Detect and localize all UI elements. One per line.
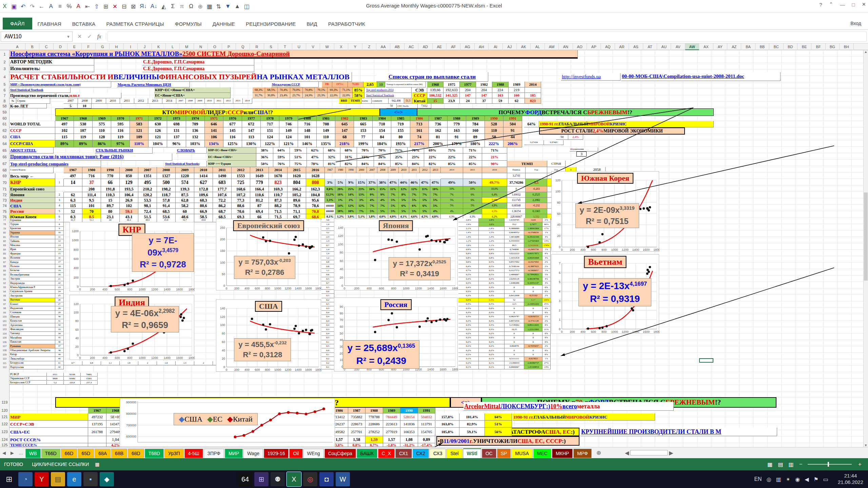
view-mode-icon[interactable]: ▤ bbox=[778, 461, 783, 468]
url1[interactable]: http://investfunds.ua bbox=[561, 73, 620, 81]
row-header-2[interactable]: 2 bbox=[0, 59, 9, 65]
row-header-63[interactable]: 63 bbox=[0, 134, 9, 140]
top2014[interactable]: Top steel producers 2014 bbox=[366, 87, 412, 93]
scroll-right-icon[interactable]: ▶ bbox=[669, 450, 673, 456]
column-header-M[interactable]: M bbox=[180, 43, 194, 50]
column-header-AZ[interactable]: AZ bbox=[727, 43, 741, 50]
sheet-tab-T68D[interactable]: T68D bbox=[145, 449, 164, 458]
row-header-112[interactable]: 112 bbox=[0, 365, 9, 369]
column-header-BD[interactable]: BD bbox=[784, 43, 797, 50]
ribbon-tab-ФАЙЛ[interactable]: ФАЙЛ bbox=[3, 18, 32, 29]
column-header-A[interactable]: A bbox=[9, 43, 25, 50]
row-header-99[interactable]: 99 bbox=[0, 311, 9, 315]
column-header-B[interactable]: B bbox=[25, 43, 39, 50]
row-header-8[interactable]: 8 bbox=[0, 98, 9, 104]
row-header-108[interactable]: 108 bbox=[0, 348, 9, 352]
column-header-AX[interactable]: AX bbox=[699, 43, 713, 50]
sheet-grid[interactable]: Ноосферная система «Коррупция и РЫНОК МЕ… bbox=[9, 50, 863, 447]
row-header-106[interactable]: 106 bbox=[0, 340, 9, 344]
taskbar-app-icon[interactable]: 64 bbox=[238, 472, 252, 486]
zoom-slider[interactable] bbox=[808, 464, 852, 465]
row-header-79[interactable]: 79 bbox=[0, 227, 9, 231]
column-header-AI[interactable]: AI bbox=[489, 43, 502, 50]
row-header-74[interactable]: 74 bbox=[0, 203, 9, 209]
column-header-Y[interactable]: Y bbox=[348, 43, 362, 50]
column-header-W[interactable]: W bbox=[320, 43, 334, 50]
model[interactable]: Модель Расчета Мировых ЦЕН bbox=[117, 82, 190, 87]
sheet-tab-СХ3[interactable]: СХ3 bbox=[430, 449, 446, 458]
row-header-102[interactable]: 102 bbox=[0, 323, 9, 327]
sheet-tab-СоцСфера[interactable]: СоцСфера bbox=[324, 449, 356, 458]
row-header-1[interactable]: 1 bbox=[0, 50, 9, 59]
active-cell[interactable] bbox=[699, 358, 713, 363]
taskbar-app-icon[interactable]: X bbox=[287, 472, 301, 486]
sheet-tab-Wage[interactable]: Wage bbox=[243, 449, 263, 458]
vertical-scrollbar[interactable]: ▲▼ bbox=[863, 50, 868, 447]
tab-nav-icon[interactable]: … bbox=[19, 450, 23, 455]
column-header-AE[interactable]: AE bbox=[433, 43, 447, 50]
column-header-AL[interactable]: AL bbox=[531, 43, 545, 50]
ribbon-tab-ВИД[interactable]: ВИД bbox=[301, 18, 323, 29]
column-header-S[interactable]: S bbox=[264, 43, 278, 50]
column-header-BC[interactable]: BC bbox=[769, 43, 783, 50]
column-header-AU[interactable]: AU bbox=[657, 43, 671, 50]
row-header-60[interactable]: 60 bbox=[0, 116, 9, 121]
ribbon-tab-ДАННЫЕ[interactable]: ДАННЫЕ bbox=[207, 18, 240, 29]
tray-icon[interactable]: ✴ bbox=[786, 476, 790, 483]
row-header-89[interactable]: 89 bbox=[0, 269, 9, 273]
help-icon[interactable]: ? bbox=[819, 2, 822, 7]
sheet-tab-68A[interactable]: 68A bbox=[95, 449, 111, 458]
row-header-92[interactable]: 92 bbox=[0, 281, 9, 285]
row-header-85[interactable]: 85 bbox=[0, 252, 9, 256]
sheet-tab-4-5Ш[interactable]: 4-5Ш bbox=[184, 449, 203, 458]
row-header-62[interactable]: 62 bbox=[0, 127, 9, 134]
row-header-94[interactable]: 94 bbox=[0, 290, 9, 294]
row-header-59[interactable]: 59 bbox=[0, 108, 9, 116]
taskbar-app-icon[interactable]: W bbox=[336, 472, 350, 486]
column-header-X[interactable]: X bbox=[334, 43, 348, 50]
row-header-105[interactable]: 105 bbox=[0, 336, 9, 340]
column-header-BH[interactable]: BH bbox=[840, 43, 853, 50]
column-header-T[interactable]: T bbox=[278, 43, 292, 50]
column-header-AG[interactable]: AG bbox=[460, 43, 474, 50]
sheet-tab-T66D[interactable]: T66D bbox=[41, 449, 60, 458]
metall[interactable]: Металлургия СССР bbox=[271, 82, 319, 87]
row-header-96[interactable]: 96 bbox=[0, 298, 9, 302]
zoom-in-icon[interactable]: ＋ bbox=[857, 461, 863, 468]
formula-buttons[interactable]: ✕✓fx bbox=[77, 33, 106, 40]
macro-record-icon[interactable]: ▦ bbox=[95, 462, 99, 467]
row-header-111[interactable]: 111 bbox=[0, 361, 9, 365]
scroll-down-icon[interactable]: ▼ bbox=[864, 444, 868, 447]
minimize-button[interactable]: — bbox=[840, 2, 845, 7]
row-header-3[interactable]: 3 bbox=[0, 65, 9, 72]
column-header-R[interactable]: R bbox=[250, 43, 264, 50]
sheet-tab-ОС[interactable]: ОС bbox=[482, 449, 496, 458]
row-header-101[interactable]: 101 bbox=[0, 319, 9, 323]
row-header-97[interactable]: 97 bbox=[0, 302, 9, 306]
krupn[interactable]: КРУПНЕЙШИЕ ПРОИЗВОДИТЕЛИ СТАЛИ В М bbox=[580, 428, 777, 436]
ribbon-display-icon[interactable]: ⌃ bbox=[829, 1, 833, 7]
column-header-BB[interactable]: BB bbox=[755, 43, 769, 50]
column-header-AD[interactable]: AD bbox=[418, 43, 432, 50]
sheet-tab-Stel[interactable]: Stel bbox=[447, 449, 462, 458]
column-header-AS[interactable]: AS bbox=[629, 43, 643, 50]
row-header-66[interactable]: 66 bbox=[0, 154, 9, 161]
ribbon-tab-ГЛАВНАЯ[interactable]: ГЛАВНАЯ bbox=[32, 18, 67, 29]
row-header-121[interactable]: 121 bbox=[0, 413, 9, 421]
formula-btn-icon[interactable]: ✕ bbox=[77, 33, 82, 40]
taskbar-app-icon[interactable]: ▤ bbox=[51, 472, 65, 486]
formula-btn-icon[interactable]: ✓ bbox=[87, 33, 92, 40]
row-header-68[interactable]: 68 bbox=[0, 167, 9, 173]
row-header-98[interactable]: 98 bbox=[0, 306, 9, 310]
row-header-88[interactable]: 88 bbox=[0, 264, 9, 268]
tray-icon[interactable]: ▥ bbox=[776, 476, 781, 483]
sheet-tab-WB[interactable]: WB bbox=[25, 449, 41, 458]
row-header-58[interactable]: 58 bbox=[0, 104, 9, 108]
column-header-D[interactable]: D bbox=[54, 43, 67, 50]
row-header-61[interactable]: 61 bbox=[0, 121, 9, 127]
column-header-AF[interactable]: AF bbox=[447, 43, 460, 50]
sheet-tab-1929-16[interactable]: 1929-16 bbox=[264, 449, 289, 458]
row-header-103[interactable]: 103 bbox=[0, 327, 9, 331]
row-header-7[interactable]: 7 bbox=[0, 93, 9, 98]
row-header-125[interactable]: 125 bbox=[0, 443, 9, 447]
